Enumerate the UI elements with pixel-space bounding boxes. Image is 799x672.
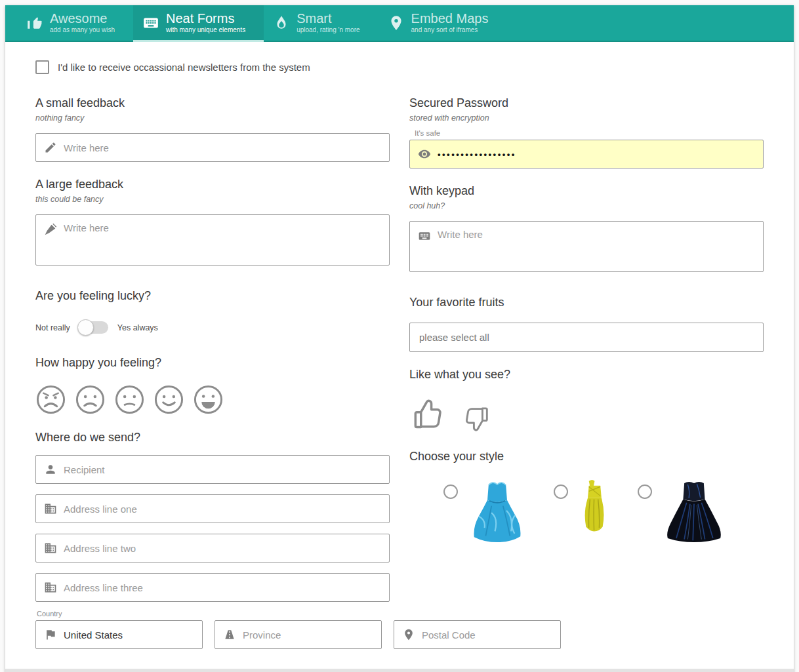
large-feedback-input[interactable]: [64, 222, 381, 233]
address-line-one-input[interactable]: [64, 504, 381, 515]
address-line-three-input[interactable]: [64, 582, 381, 593]
form-body: I'd like to receive occassional newslett…: [5, 42, 794, 669]
tab-title: Neat Forms: [166, 12, 245, 26]
lucky-on-label: Yes always: [117, 323, 158, 332]
tab-smart[interactable]: Smart upload, rating 'n more: [264, 5, 378, 41]
small-feedback-title: A small feedback: [35, 96, 390, 110]
keypad-subtitle: cool huh?: [409, 201, 764, 210]
tab-title: Smart: [297, 12, 359, 26]
keypad-title: With keypad: [409, 184, 764, 198]
flame-icon: [273, 14, 290, 31]
style-option-black-blue-gown: [638, 478, 726, 545]
province-field: [215, 620, 382, 649]
style-radio-blue-ballgown[interactable]: [443, 484, 458, 499]
form-footer: ‹ SUBMIT ›: [5, 669, 794, 672]
fruits-select-placeholder: please select all: [419, 332, 489, 343]
building-icon: [44, 502, 57, 515]
thumbs-up-icon: [26, 14, 43, 31]
header-tabs: Awesome add as many you wish Neat Forms …: [5, 5, 794, 42]
password-field[interactable]: •••••••••••••••••: [409, 140, 764, 168]
style-radio-black-blue-gown[interactable]: [638, 484, 652, 499]
thumbs-up-icon[interactable]: [409, 396, 446, 433]
map-pin-icon: [388, 14, 405, 31]
keypad-section: With keypad cool huh?: [409, 184, 764, 272]
small-feedback-section: A small feedback nothing fancy: [35, 96, 390, 162]
keypad-field: [409, 221, 764, 272]
eye-icon[interactable]: [418, 148, 431, 161]
like-title: Like what you see?: [409, 368, 764, 382]
recipient-input[interactable]: [64, 464, 381, 475]
small-feedback-field: [35, 133, 390, 162]
province-input[interactable]: [243, 629, 373, 641]
user-icon: [44, 463, 57, 476]
newsletter-label: I'd like to receive occassional newslett…: [58, 62, 310, 73]
like-section: Like what you see?: [409, 368, 764, 434]
building-icon: [44, 581, 57, 594]
pen-icon: [44, 223, 57, 236]
tab-subtitle: add as many you wish: [50, 27, 115, 34]
smiley-happy-icon[interactable]: [154, 384, 184, 415]
smiley-very-unhappy-icon[interactable]: [35, 384, 66, 415]
smiley-unhappy-icon[interactable]: [75, 384, 106, 415]
blue-ballgown-image[interactable]: [468, 478, 526, 545]
large-feedback-title: A large feedback: [35, 178, 390, 191]
like-options: [409, 396, 764, 434]
flag-icon: [44, 628, 57, 641]
smiley-very-happy-icon[interactable]: [193, 384, 224, 415]
lucky-toggle[interactable]: [79, 321, 108, 334]
keyboard-icon: [418, 229, 431, 243]
address-line-two-field: [35, 534, 390, 563]
happiness-section: How happy you feeling?: [35, 356, 390, 415]
address-section: Where do we send?: [35, 431, 390, 649]
address-line-one-field: [35, 494, 390, 523]
thumbs-down-icon[interactable]: [462, 404, 492, 434]
country-input[interactable]: [64, 629, 194, 641]
newsletter-row: I'd like to receive occassional newslett…: [35, 60, 764, 74]
road-icon: [223, 628, 236, 641]
keyboard-icon: [142, 14, 159, 31]
address-line-two-input[interactable]: [64, 543, 381, 554]
address-line-three-field: [35, 573, 390, 602]
left-column: A small feedback nothing fancy A large f…: [35, 81, 390, 649]
fruits-title: Your favorite fruits: [409, 296, 764, 309]
page: Awesome add as many you wish Neat Forms …: [0, 0, 799, 672]
newsletter-checkbox[interactable]: [35, 60, 49, 74]
pencil-icon: [44, 141, 57, 154]
building-icon: [44, 542, 57, 555]
fruits-section: Your favorite fruits please select all: [409, 296, 764, 352]
tab-subtitle: with many unique elements: [166, 27, 245, 34]
password-title: Secured Password: [409, 96, 764, 110]
small-feedback-subtitle: nothing fancy: [35, 113, 390, 123]
style-radio-yellow-dress[interactable]: [554, 484, 568, 499]
password-subtitle: stored with encryption: [409, 113, 764, 123]
right-column: Secured Password stored with encryption …: [409, 81, 764, 649]
style-option-blue-ballgown: [443, 478, 526, 545]
country-field: [35, 620, 203, 649]
fruits-select[interactable]: please select all: [409, 323, 764, 352]
yellow-dress-image[interactable]: [579, 478, 610, 540]
lucky-section: Are you feeling lucky? Not really Yes al…: [35, 289, 390, 334]
address-title: Where do we send?: [35, 431, 390, 445]
smiley-neutral-icon[interactable]: [114, 384, 145, 415]
tab-neat-forms[interactable]: Neat Forms with many unique elements: [133, 5, 264, 41]
style-options: [409, 478, 764, 545]
tab-embed-maps[interactable]: Embed Maps and any sort of iframes: [379, 5, 507, 41]
form-card: Awesome add as many you wish Neat Forms …: [5, 5, 794, 672]
style-title: Choose your style: [409, 450, 764, 464]
large-feedback-subtitle: this could be fancy: [35, 195, 390, 204]
large-feedback-field: [35, 214, 390, 266]
small-feedback-input[interactable]: [64, 142, 381, 153]
lucky-toggle-row: Not really Yes always: [35, 321, 390, 334]
happiness-rating: [35, 384, 390, 415]
password-section: Secured Password stored with encryption …: [409, 96, 764, 168]
lucky-off-label: Not really: [35, 323, 70, 332]
toggle-knob[interactable]: [77, 319, 94, 336]
black-blue-gown-image[interactable]: [663, 478, 726, 544]
style-option-yellow-dress: [554, 478, 610, 545]
tab-title: Embed Maps: [411, 12, 489, 26]
tab-awesome[interactable]: Awesome add as many you wish: [17, 5, 133, 41]
password-hint: It's safe: [415, 129, 764, 137]
tab-title: Awesome: [50, 12, 115, 26]
keypad-input[interactable]: [438, 229, 755, 240]
lucky-title: Are you feeling lucky?: [35, 289, 390, 303]
